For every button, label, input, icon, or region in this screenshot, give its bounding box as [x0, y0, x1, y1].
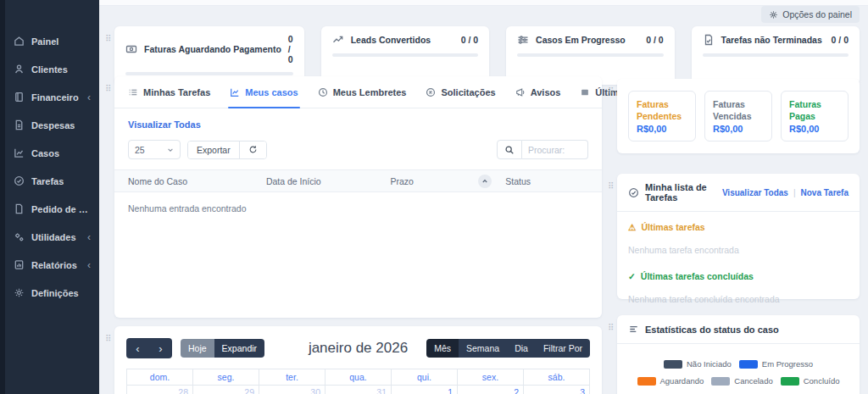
tab-label: Minhas Tarefas: [143, 87, 210, 97]
sidebar-item-relatorios[interactable]: Relatórios ‹: [5, 251, 99, 279]
chevron-left-icon: ‹: [87, 231, 91, 243]
calendar-cell[interactable]: 30: [259, 386, 326, 394]
stat-card-label: Faturas Aguardando Pagamento: [144, 44, 281, 54]
gear-icon: [14, 287, 25, 298]
sidebar-item-definicoes[interactable]: Definições: [5, 279, 99, 307]
calendar-cell[interactable]: 3: [524, 386, 589, 394]
sidebar-item-tarefas[interactable]: Tarefas: [5, 167, 99, 195]
view-all-link[interactable]: Visualizar Todas: [128, 119, 201, 130]
column-data-de-inicio[interactable]: Data de Início: [266, 176, 391, 186]
sidebar-item-despesas[interactable]: Despesas: [5, 111, 99, 139]
new-task-link[interactable]: Nova Tarefa: [800, 188, 849, 197]
sort-up-icon[interactable]: [478, 175, 492, 188]
calendar-cell[interactable]: 2: [458, 386, 524, 394]
calendar-grid: dom. seg. ter. qua. qui. sex. sáb. 28 29…: [126, 369, 590, 394]
calendar-today-group: Hoje Expandir: [181, 339, 264, 358]
day-header: sex.: [458, 369, 524, 385]
stat-card-label: Tarefas não Terminadas: [721, 35, 825, 45]
calendar-cell[interactable]: 28: [127, 386, 193, 394]
drag-handle[interactable]: ⠿: [105, 335, 111, 343]
drag-handle[interactable]: ⠿: [105, 85, 111, 93]
task-list-icon: [128, 87, 138, 97]
calendar-view-day[interactable]: Dia: [507, 339, 536, 358]
drag-handle[interactable]: ⠿: [608, 87, 614, 96]
tab-minhas-tarefas[interactable]: Minhas Tarefas: [128, 76, 210, 108]
task-view-all-link[interactable]: Visualizar Todas: [722, 188, 788, 197]
sidebar-item-pedido-de-orcamento[interactable]: Pedido de Orçamento: [5, 195, 99, 223]
legend-item-nao-iniciado: Não Iniciado: [664, 359, 732, 369]
export-button[interactable]: Exportar: [188, 142, 240, 158]
column-prazo[interactable]: Prazo: [391, 175, 506, 188]
user-icon: [14, 64, 25, 75]
tab-solicitacoes[interactable]: Solicitações: [426, 76, 495, 108]
tab-meus-casos[interactable]: Meus casos: [230, 76, 298, 108]
legend-item-aguardando: Aguardando: [637, 376, 704, 386]
sidebar-item-label: Tarefas: [31, 176, 64, 186]
invoice-card-pendentes[interactable]: Faturas Pendentes R$0,00: [628, 91, 696, 142]
legend-item-cancelado: Cancelado: [711, 376, 772, 386]
sidebar-item-casos[interactable]: Casos: [5, 139, 99, 167]
sidebar-item-painel[interactable]: Painel: [5, 27, 99, 55]
chevron-left-icon: ‹: [87, 92, 91, 103]
table-header: Nome do Caso Data de Início Prazo Status: [114, 169, 602, 192]
invoice-card-pagas[interactable]: Faturas Pagas R$0,00: [781, 91, 849, 142]
file-text-icon: [14, 119, 25, 130]
chart-icon: [14, 147, 25, 158]
stat-card-tarefas-nao-terminadas[interactable]: Tarefas não Terminadas 0 / 0: [692, 26, 860, 85]
refresh-icon: [248, 145, 258, 154]
sidebar-item-clientes[interactable]: Clientes: [5, 55, 99, 83]
sidebar-item-financeiro[interactable]: Financeiro ‹: [5, 83, 99, 111]
sidebar-item-label: Definições: [31, 288, 79, 298]
tab-avisos[interactable]: Avisos: [515, 76, 561, 108]
drag-handle[interactable]: ⠿: [105, 35, 111, 43]
column-nome-do-caso[interactable]: Nome do Caso: [128, 176, 266, 186]
gear-icon: [769, 10, 778, 19]
progress-bar: [703, 53, 849, 57]
progress-bar: [332, 53, 478, 57]
calendar-expand-button[interactable]: Expandir: [214, 339, 264, 358]
stat-card-value: 0 / 0: [646, 35, 663, 45]
invoice-card-value: R$0,00: [713, 124, 764, 134]
sliders-icon: [517, 34, 529, 46]
refresh-button[interactable]: [240, 142, 266, 158]
drag-handle[interactable]: ⠿: [608, 324, 614, 332]
legend-swatch: [664, 360, 682, 369]
calendar-cell[interactable]: 1: [392, 386, 458, 394]
calendar-view-month[interactable]: Mês: [426, 339, 459, 358]
calendar-filter-button[interactable]: Filtrar Por: [536, 339, 590, 358]
tab-meus-lembretes[interactable]: Meus Lembretes: [318, 76, 407, 108]
tab-bar: Minhas Tarefas Meus casos Meus Lembretes…: [114, 76, 602, 108]
stat-card-value: 0 / 0: [288, 34, 293, 64]
calendar-cell[interactable]: 31: [326, 386, 392, 394]
tab-label: Meus Lembretes: [333, 87, 407, 97]
check-circle-icon: [14, 175, 25, 186]
column-status[interactable]: Status: [505, 176, 588, 186]
money-icon: [125, 43, 137, 55]
calendar-view-week[interactable]: Semana: [459, 339, 507, 358]
progress-bar: [125, 72, 293, 75]
invoice-card-value: R$0,00: [789, 124, 840, 134]
link-separator: |: [793, 188, 796, 197]
calendar-cell[interactable]: 29: [193, 386, 259, 394]
page-size-select[interactable]: 25: [128, 140, 181, 159]
search-input[interactable]: [522, 140, 588, 159]
legend-swatch: [781, 377, 799, 386]
latest-tasks-title: Últimas tarefas: [641, 222, 704, 232]
book-icon: [14, 92, 25, 103]
sidebar-item-utilidades[interactable]: Utilidades ‹: [5, 223, 99, 251]
drag-handle[interactable]: ⠿: [608, 182, 614, 191]
page-size-value: 25: [135, 145, 145, 155]
calendar-next-button[interactable]: ›: [149, 338, 172, 358]
legend-swatch: [739, 360, 758, 369]
chart-icon: [230, 87, 240, 97]
calendar-prev-button[interactable]: ‹: [126, 338, 149, 358]
calendar-today-button[interactable]: Hoje: [181, 339, 214, 358]
invoice-card-vencidas[interactable]: Faturas Vencidas R$0,00: [704, 91, 772, 142]
bars-icon: [628, 324, 639, 335]
home-icon: [14, 36, 25, 47]
day-header: qua.: [326, 369, 392, 385]
invoice-card-label: Faturas Vencidas: [713, 98, 764, 122]
search-button[interactable]: [497, 140, 522, 159]
dashboard-options-button[interactable]: Opções do painel: [761, 6, 860, 23]
chevron-down-icon: [167, 147, 174, 153]
